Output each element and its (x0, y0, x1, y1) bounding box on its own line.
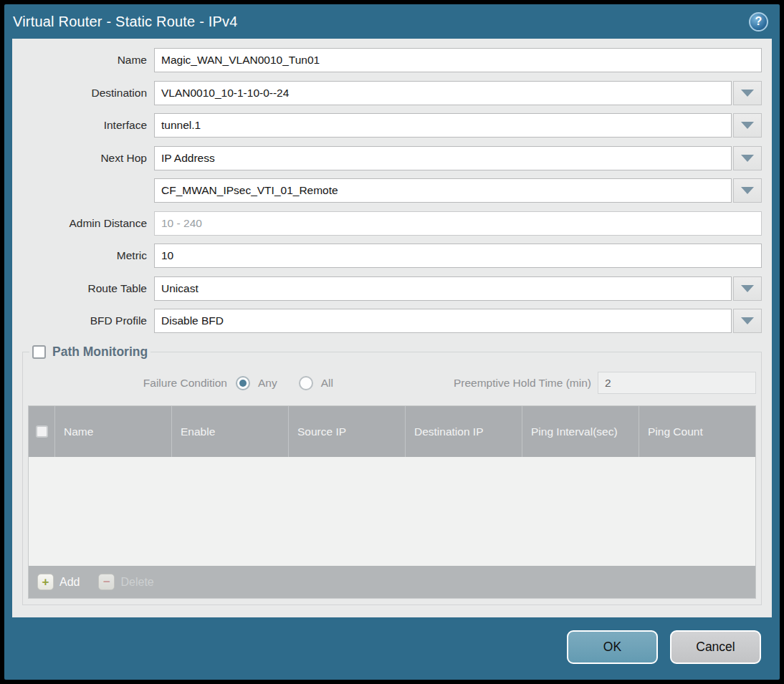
column-header-ping-interval[interactable]: Ping Interval(sec) (522, 406, 639, 457)
table-header: Name Enable Source IP Destination IP Pin… (29, 406, 755, 457)
preemptive-hold-time-group: Preemptive Hold Time (min) (454, 372, 756, 394)
admin-distance-row: Admin Distance (22, 211, 762, 236)
radio-dot (302, 380, 310, 387)
metric-label: Metric (22, 249, 154, 262)
path-monitoring-section: Path Monitoring Failure Condition Any Al… (22, 345, 762, 605)
name-row: Name (22, 48, 762, 72)
failure-condition-all-option[interactable]: All (299, 376, 333, 390)
column-header-name[interactable]: Name (55, 406, 172, 457)
route-table-dropdown-button[interactable] (733, 276, 762, 301)
preemptive-hold-time-label: Preemptive Hold Time (min) (454, 377, 598, 390)
failure-condition-row: Failure Condition Any All Preemptive Hol… (28, 372, 756, 394)
failure-condition-label: Failure Condition (28, 377, 236, 390)
dialog-content: Name Destination Interface Next Hop (12, 39, 772, 617)
radio-all-icon[interactable] (299, 376, 313, 390)
delete-button[interactable]: − Delete (98, 574, 153, 590)
table-select-all-cell (29, 406, 55, 457)
next-hop-address-combobox[interactable] (154, 178, 732, 203)
dialog-footer: OK Cancel (4, 617, 780, 680)
interface-row: Interface (22, 113, 762, 138)
chevron-down-icon (741, 317, 754, 324)
chevron-down-icon (741, 155, 754, 162)
metric-input[interactable] (154, 244, 762, 268)
radio-all-label: All (321, 377, 333, 390)
chevron-down-icon (741, 187, 754, 194)
next-hop-label: Next Hop (22, 152, 154, 165)
radio-any-icon[interactable] (236, 376, 250, 390)
delete-button-label: Delete (120, 576, 153, 589)
select-all-checkbox[interactable] (36, 425, 48, 438)
next-hop-address-dropdown-button[interactable] (733, 178, 762, 203)
path-monitoring-legend: Path Monitoring (29, 345, 150, 360)
column-header-ping-count[interactable]: Ping Count (639, 406, 755, 457)
add-button[interactable]: + Add (37, 574, 80, 590)
cancel-button[interactable]: Cancel (670, 630, 761, 664)
plus-icon: + (37, 574, 54, 590)
bfd-profile-row: BFD Profile (22, 309, 762, 333)
path-monitoring-checkbox[interactable] (32, 345, 46, 359)
metric-row: Metric (22, 244, 762, 268)
interface-combobox[interactable] (154, 113, 732, 138)
page-title: Virtual Router - Static Route - IPv4 (13, 14, 238, 30)
destination-label: Destination (22, 87, 154, 100)
column-header-destination-ip[interactable]: Destination IP (406, 406, 522, 457)
route-table-row: Route Table (22, 276, 762, 301)
path-monitoring-table: Name Enable Source IP Destination IP Pin… (28, 405, 756, 599)
failure-condition-any-option[interactable]: Any (236, 376, 277, 390)
admin-distance-label: Admin Distance (22, 217, 154, 230)
interface-dropdown-button[interactable] (733, 113, 762, 138)
route-table-combobox[interactable] (154, 276, 732, 301)
table-body-empty (29, 457, 755, 566)
name-label: Name (22, 54, 154, 67)
next-hop-type-combobox[interactable] (154, 146, 732, 170)
radio-any-label: Any (258, 377, 277, 390)
next-hop-value-row (22, 178, 762, 203)
radio-dot (239, 380, 247, 387)
title-bar: Virtual Router - Static Route - IPv4 ? (4, 4, 780, 39)
name-input[interactable] (154, 48, 762, 72)
table-toolbar: + Add − Delete (29, 566, 755, 598)
column-header-source-ip[interactable]: Source IP (289, 406, 406, 457)
help-icon[interactable]: ? (749, 12, 768, 32)
next-hop-type-dropdown-button[interactable] (733, 146, 762, 170)
minus-icon: − (98, 574, 115, 590)
bfd-profile-dropdown-button[interactable] (733, 309, 762, 333)
chevron-down-icon (741, 90, 754, 97)
ok-button[interactable]: OK (567, 630, 658, 664)
chevron-down-icon (741, 122, 754, 129)
add-button-label: Add (59, 576, 80, 589)
column-header-enable[interactable]: Enable (172, 406, 289, 457)
next-hop-row: Next Hop (22, 146, 762, 170)
interface-label: Interface (22, 119, 154, 132)
path-monitoring-title: Path Monitoring (52, 345, 148, 360)
chevron-down-icon (741, 285, 754, 292)
destination-row: Destination (22, 81, 762, 105)
destination-combobox[interactable] (154, 81, 732, 105)
admin-distance-input[interactable] (154, 211, 762, 236)
bfd-profile-label: BFD Profile (22, 314, 154, 327)
route-table-label: Route Table (22, 282, 154, 295)
destination-dropdown-button[interactable] (733, 81, 762, 105)
static-route-dialog: Virtual Router - Static Route - IPv4 ? N… (4, 4, 780, 680)
preemptive-hold-time-input[interactable] (598, 372, 756, 394)
bfd-profile-combobox[interactable] (154, 309, 732, 333)
